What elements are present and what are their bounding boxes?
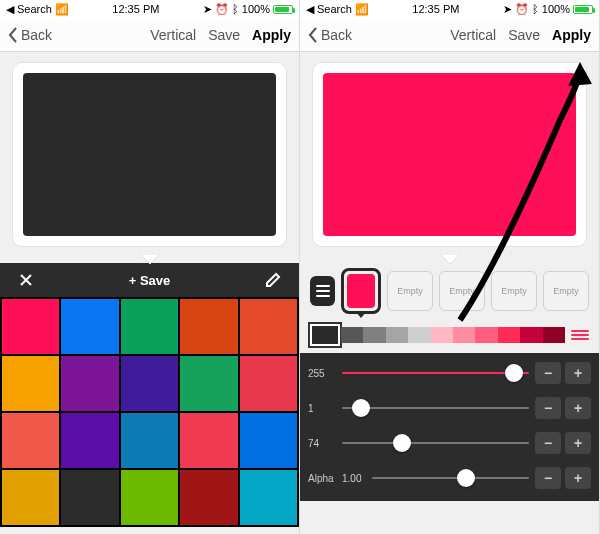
- battery-pct: 100%: [542, 3, 570, 15]
- slider-red[interactable]: 255 −+: [308, 359, 591, 387]
- tint-menu-icon[interactable]: [571, 330, 589, 340]
- palette-color[interactable]: [180, 356, 237, 411]
- battery-pct: 100%: [242, 3, 270, 15]
- back-label: Back: [21, 27, 52, 43]
- preview-card: [12, 62, 287, 247]
- status-search-label: Search: [317, 3, 352, 15]
- status-bar: ◀ Search 📶 12:35 PM ➤ ⏰ ᛒ 100%: [300, 0, 599, 18]
- preview-swatch: [23, 73, 276, 236]
- palette-color[interactable]: [2, 356, 59, 411]
- tint-segment[interactable]: [386, 327, 408, 343]
- back-button[interactable]: Back: [308, 27, 352, 43]
- status-search-label: Search: [17, 3, 52, 15]
- swatch-slot-empty[interactable]: Empty: [439, 271, 485, 311]
- alpha-value: 1.00: [342, 473, 366, 484]
- palette-color[interactable]: [121, 470, 178, 525]
- tint-strip[interactable]: [310, 323, 589, 347]
- tint-segment[interactable]: [431, 327, 453, 343]
- bluetooth-icon: ᛒ: [532, 3, 539, 15]
- tint-segment[interactable]: [543, 327, 565, 343]
- palette-color[interactable]: [121, 299, 178, 354]
- tint-segment[interactable]: [363, 327, 385, 343]
- palette-color[interactable]: [180, 413, 237, 468]
- preview-swatch: [323, 73, 576, 236]
- nav-bar: Back Vertical Save Apply: [300, 18, 599, 52]
- palette-color[interactable]: [121, 413, 178, 468]
- slider-alpha[interactable]: Alpha 1.00 −+: [308, 464, 591, 492]
- tint-segment[interactable]: [453, 327, 475, 343]
- palette-color[interactable]: [121, 356, 178, 411]
- slider-knob[interactable]: [393, 434, 411, 452]
- slider-panel: 255 −+ 1 −+ 74 −+ Alpha 1.00 −+: [300, 353, 599, 501]
- swatch-menu-button[interactable]: [310, 276, 335, 306]
- vertical-button[interactable]: Vertical: [150, 27, 196, 43]
- swatch-slot-empty[interactable]: Empty: [491, 271, 537, 311]
- palette-color[interactable]: [240, 356, 297, 411]
- tint-segment[interactable]: [408, 327, 430, 343]
- alpha-label: Alpha: [308, 473, 336, 484]
- slider-knob[interactable]: [457, 469, 475, 487]
- status-time: 12:35 PM: [412, 3, 459, 15]
- card-pointer-icon: [0, 255, 299, 263]
- palette-color[interactable]: [240, 470, 297, 525]
- palette-save-button[interactable]: + Save: [44, 273, 255, 288]
- back-to-search-icon: ◀: [6, 3, 14, 16]
- palette-color[interactable]: [240, 299, 297, 354]
- slider-green[interactable]: 1 −+: [308, 394, 591, 422]
- battery-icon: [573, 5, 593, 14]
- palette-color[interactable]: [61, 413, 118, 468]
- close-icon: [18, 272, 34, 288]
- palette-color[interactable]: [2, 299, 59, 354]
- decrement-button[interactable]: −: [535, 362, 561, 384]
- swatch-slot-empty[interactable]: Empty: [543, 271, 589, 311]
- preview-card: [312, 62, 587, 247]
- nav-bar: Back Vertical Save Apply: [0, 18, 299, 52]
- close-button[interactable]: [8, 272, 44, 288]
- location-icon: ➤: [503, 3, 512, 16]
- save-button[interactable]: Save: [208, 27, 240, 43]
- palette-color[interactable]: [61, 356, 118, 411]
- palette-color[interactable]: [61, 299, 118, 354]
- slider-knob[interactable]: [505, 364, 523, 382]
- location-icon: ➤: [203, 3, 212, 16]
- decrement-button[interactable]: −: [535, 467, 561, 489]
- increment-button[interactable]: +: [565, 362, 591, 384]
- apply-button[interactable]: Apply: [552, 27, 591, 43]
- increment-button[interactable]: +: [565, 467, 591, 489]
- pencil-icon: [265, 272, 281, 288]
- apply-button[interactable]: Apply: [252, 27, 291, 43]
- palette-color[interactable]: [61, 470, 118, 525]
- vertical-button[interactable]: Vertical: [450, 27, 496, 43]
- tint-segment[interactable]: [498, 327, 520, 343]
- back-button[interactable]: Back: [8, 27, 52, 43]
- tint-segment[interactable]: [310, 324, 340, 346]
- alarm-icon: ⏰: [215, 3, 229, 16]
- decrement-button[interactable]: −: [535, 432, 561, 454]
- slider-blue[interactable]: 74 −+: [308, 429, 591, 457]
- screen-right: ◀ Search 📶 12:35 PM ➤ ⏰ ᛒ 100% Back Vert…: [300, 0, 600, 534]
- slider-value: 255: [308, 368, 336, 379]
- palette-color[interactable]: [240, 413, 297, 468]
- tint-segment[interactable]: [475, 327, 497, 343]
- palette-color[interactable]: [180, 470, 237, 525]
- palette-color[interactable]: [180, 299, 237, 354]
- chevron-left-icon: [8, 27, 18, 43]
- card-pointer-icon: [300, 255, 599, 263]
- back-label: Back: [321, 27, 352, 43]
- back-to-search-icon: ◀: [306, 3, 314, 16]
- slider-value: 74: [308, 438, 336, 449]
- increment-button[interactable]: +: [565, 397, 591, 419]
- swatch-slot-empty[interactable]: Empty: [387, 271, 433, 311]
- edit-button[interactable]: [255, 272, 291, 288]
- increment-button[interactable]: +: [565, 432, 591, 454]
- palette-color[interactable]: [2, 470, 59, 525]
- decrement-button[interactable]: −: [535, 397, 561, 419]
- active-swatch[interactable]: [341, 268, 381, 314]
- color-grid: [0, 297, 299, 527]
- slider-knob[interactable]: [352, 399, 370, 417]
- save-button[interactable]: Save: [508, 27, 540, 43]
- slider-value: 1: [308, 403, 336, 414]
- tint-segment[interactable]: [341, 327, 363, 343]
- tint-segment[interactable]: [520, 327, 542, 343]
- palette-color[interactable]: [2, 413, 59, 468]
